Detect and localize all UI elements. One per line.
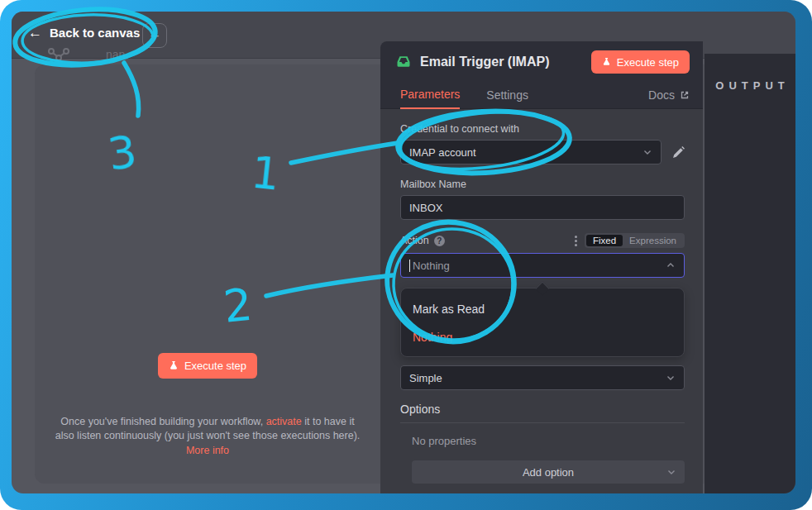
- text-cursor: [409, 260, 410, 272]
- footer-line-1: Once you've finished building your workf…: [25, 415, 390, 429]
- mode-expression-button[interactable]: Expression: [623, 235, 683, 246]
- add-option-button[interactable]: Add option: [412, 460, 685, 484]
- format-value: Simple: [409, 372, 442, 384]
- screenshot-frame: Execute step Once you've finished buildi…: [0, 0, 812, 510]
- footer-text: it to have it: [302, 416, 355, 427]
- options-section-title: Options: [400, 403, 685, 416]
- action-label: Action: [400, 235, 429, 246]
- flask-icon: [169, 360, 179, 371]
- add-tab-button[interactable]: +: [142, 23, 167, 48]
- credential-label: Credential to connect with: [400, 123, 685, 135]
- execute-step-button[interactable]: Execute step: [591, 50, 690, 74]
- more-info-link[interactable]: More info: [25, 444, 390, 458]
- mailbox-input[interactable]: INBOX: [400, 195, 685, 220]
- section-divider: [400, 422, 685, 423]
- tab-settings[interactable]: Settings: [486, 81, 528, 108]
- workflow-footer-hint: Once you've finished building your workf…: [25, 415, 390, 458]
- chevron-up-icon: [666, 260, 676, 270]
- flask-icon: [602, 57, 611, 67]
- no-properties-text: No properties: [412, 435, 685, 447]
- docs-label: Docs: [648, 88, 675, 102]
- external-link-icon: [680, 90, 690, 100]
- add-option-label: Add option: [523, 466, 574, 479]
- parameters-form: Credential to connect with IMAP account: [380, 109, 703, 484]
- option-nothing[interactable]: Nothing: [401, 330, 684, 345]
- plus-icon: +: [150, 27, 159, 45]
- action-value: Nothing: [413, 260, 450, 272]
- value-mode-toggle: Fixed Expression: [585, 233, 685, 248]
- footer-line-2: also listen continuously (you just won't…: [25, 429, 390, 443]
- back-to-canvas-button[interactable]: ← Back to canvas: [28, 26, 140, 40]
- dropdown-notch: [536, 282, 550, 296]
- tab-parameters[interactable]: Parameters: [400, 80, 460, 109]
- chevron-down-icon: [666, 467, 676, 477]
- activate-link[interactable]: activate: [266, 416, 302, 427]
- kebab-menu-icon[interactable]: [575, 236, 577, 246]
- canvas-execute-step-button[interactable]: Execute step: [158, 353, 257, 379]
- footer-text: Once you've finished building your workf…: [60, 416, 265, 427]
- app-screen: Execute step Once you've finished buildi…: [12, 12, 795, 493]
- pencil-icon: [672, 146, 685, 159]
- format-select[interactable]: Simple: [400, 365, 685, 390]
- mailbox-value: INBOX: [409, 202, 442, 214]
- mailbox-label: Mailbox Name: [400, 179, 685, 190]
- docs-link[interactable]: Docs: [648, 88, 690, 102]
- workflow-name: nan: [106, 48, 125, 61]
- execute-step-label: Execute step: [617, 56, 679, 69]
- help-icon[interactable]: ?: [434, 236, 445, 246]
- credential-select[interactable]: IMAP account: [400, 140, 662, 164]
- back-to-canvas-label: Back to canvas: [50, 26, 140, 40]
- edit-credential-button[interactable]: [672, 146, 685, 159]
- option-mark-as-read[interactable]: Mark as Read: [401, 302, 684, 317]
- back-arrow-icon: ←: [28, 26, 42, 40]
- credential-value: IMAP account: [409, 146, 476, 159]
- action-options-dropdown: Mark as Read Nothing: [400, 288, 685, 357]
- action-select[interactable]: Nothing: [400, 253, 685, 278]
- panel-header: Email Trigger (IMAP) Execute step Parame…: [380, 41, 703, 109]
- mode-fixed-button[interactable]: Fixed: [586, 235, 623, 246]
- canvas-execute-step-label: Execute step: [184, 360, 246, 372]
- workflow-name-area: nan: [48, 46, 125, 63]
- workflow-icon: [48, 46, 69, 63]
- node-settings-panel: Email Trigger (IMAP) Execute step Parame…: [380, 41, 703, 493]
- output-panel-title: OUTPUT: [705, 79, 795, 92]
- node-title: Email Trigger (IMAP): [420, 55, 583, 69]
- output-panel: OUTPUT: [705, 54, 795, 493]
- email-inbox-icon: [395, 54, 412, 70]
- tab-bar: Parameters Settings Docs: [380, 81, 703, 108]
- chevron-down-icon: [642, 147, 652, 157]
- chevron-down-icon: [666, 373, 676, 383]
